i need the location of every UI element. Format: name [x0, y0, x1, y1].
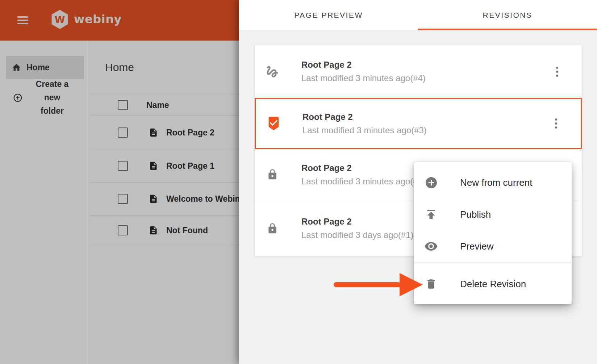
- revision-title: Root Page 2: [301, 60, 426, 70]
- revision-title: Root Page 2: [302, 112, 427, 122]
- revision-title: Root Page 2: [301, 217, 414, 227]
- menu-item-preview[interactable]: Preview: [414, 230, 572, 262]
- revision-subtitle: Last modified 3 minutes ago(#3): [302, 125, 427, 135]
- screen: W webiny Home Create a new folder: [0, 0, 597, 364]
- draft-status-icon: [264, 64, 281, 79]
- revision-subtitle: Last modified 3 minutes ago(#2): [301, 176, 426, 187]
- revision-subtitle: Last modified 3 minutes ago(#4): [301, 73, 426, 83]
- eye-icon: [424, 239, 438, 254]
- main-app-area: W webiny Home Create a new folder: [0, 0, 239, 364]
- revision-context-menu: New from current Publish Preview: [414, 162, 572, 304]
- tab-revisions[interactable]: REVISIONS: [418, 0, 597, 30]
- revision-item[interactable]: Root Page 2 Last modified 3 minutes ago(…: [255, 45, 582, 98]
- revisions-drawer: PAGE PREVIEW REVISIONS Root Page 2 Last …: [239, 0, 597, 364]
- locked-status-icon: [264, 222, 281, 235]
- add-circle-icon: [424, 176, 438, 189]
- modal-dim-overlay[interactable]: [0, 0, 239, 364]
- menu-item-new-from-current[interactable]: New from current: [414, 167, 572, 198]
- active-tab-indicator: [418, 29, 597, 30]
- revision-options-kebab-icon[interactable]: [555, 67, 559, 77]
- drawer-tabbar: PAGE PREVIEW REVISIONS: [239, 0, 597, 30]
- revision-subtitle: Last modified 3 days ago(#1): [301, 230, 414, 240]
- menu-item-delete-revision[interactable]: Delete Revision: [414, 268, 572, 300]
- tab-page-preview[interactable]: PAGE PREVIEW: [239, 0, 418, 30]
- revision-item-selected[interactable]: Root Page 2 Last modified 3 minutes ago(…: [255, 98, 582, 149]
- arrow-head: [400, 273, 423, 296]
- locked-status-icon: [264, 168, 281, 181]
- revision-options-kebab-icon[interactable]: [554, 118, 558, 129]
- trash-icon: [424, 278, 438, 290]
- revision-title: Root Page 2: [301, 163, 426, 173]
- published-status-icon: [265, 116, 282, 131]
- publish-icon: [424, 208, 438, 221]
- menu-item-publish[interactable]: Publish: [414, 198, 572, 230]
